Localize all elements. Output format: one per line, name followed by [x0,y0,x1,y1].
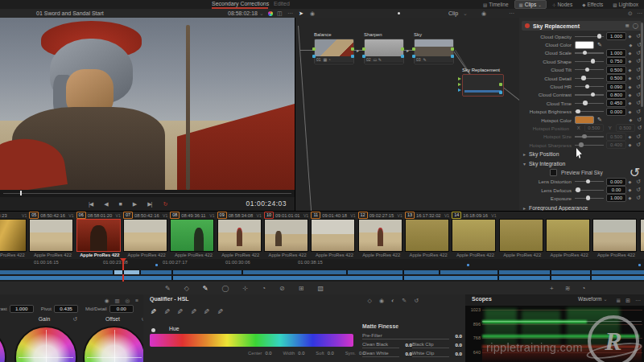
reset-icon[interactable]: ↺ [72,316,77,323]
slider-knob[interactable] [586,195,591,200]
search-icon[interactable]: ⊙ [628,9,633,18]
param-slider[interactable] [575,179,604,185]
eyedropper-icon[interactable]: ✎ [149,308,157,315]
clip-thumbnail[interactable] [217,219,262,252]
key-icon[interactable]: ⊘ [279,285,285,292]
clip-number[interactable]: 07 [123,212,133,219]
param-value[interactable]: 0.00 [606,186,626,194]
clip-thumbnail[interactable] [0,219,27,252]
matte-view-icon[interactable]: ◉ [379,296,384,305]
sizing-icon[interactable]: ⊞ [299,285,304,292]
keyframe-icon[interactable]: ◆ [626,195,634,200]
param-slider[interactable] [575,195,604,201]
node-output-alpha[interactable] [401,55,404,58]
stereo-icon[interactable]: ▧ [317,285,324,292]
color-wheel[interactable] [14,326,77,362]
adjustment-value[interactable]: 1.000 [10,305,34,313]
keyframe-icon[interactable]: ◆ [626,59,634,64]
param-slider[interactable] [575,142,604,148]
wheel-options-icon[interactable]: ≡ [135,296,138,305]
param-slider[interactable] [575,58,604,64]
ofx-input-alpha[interactable] [458,88,461,92]
clip-number[interactable]: 11 [311,212,320,219]
param-slider[interactable] [575,75,604,81]
param-slider[interactable] [575,84,604,90]
section-foreground-appearance[interactable]: ▸Foreground Appearance [519,204,644,211]
pointer-tool-icon[interactable]: ➤ [299,9,303,18]
qualifier-icon[interactable]: ✎ [203,285,208,292]
slider-knob[interactable] [581,76,586,80]
reset-icon[interactable]: ↺ [634,195,643,201]
hue-sub-value[interactable]: 0.0 [298,351,304,356]
matte-value[interactable]: 0.0 [449,351,462,356]
param-value[interactable]: 0.000 [606,108,626,116]
node-input-alpha[interactable] [362,55,365,58]
param-value[interactable]: 0.750 [606,57,626,65]
param-value[interactable]: 1.000 [606,194,626,202]
timeline-track-v2[interactable] [0,276,644,280]
invert-icon[interactable]: ◐ [391,296,394,305]
primaries-wheels-icon[interactable]: ◉ [105,296,109,305]
section-sky-position[interactable]: ▸Sky Position [519,150,644,158]
param-slider[interactable] [575,100,604,106]
adjustment-value[interactable]: 0.00 [109,305,134,313]
param-value[interactable]: 0.500 [606,66,626,74]
param-slider[interactable] [575,67,604,73]
param-value[interactable]: 0.800 [606,91,626,99]
node-output-rgb[interactable] [401,47,404,51]
effect-header[interactable]: Sky Replacement ≣ ◯ [522,21,642,31]
reset-icon[interactable]: ↺ [634,179,643,185]
section-sky-integration[interactable]: ▾Sky Integration [519,159,644,168]
eyedropper-icon[interactable]: ✎ [597,42,602,48]
reset-icon[interactable]: ↺ [634,109,643,115]
step-forward-button[interactable]: ▶| [147,201,151,208]
trash-icon[interactable]: ≣ [625,23,629,29]
clip-number[interactable]: 08 [170,212,180,219]
clip-number[interactable]: 06 [76,212,86,219]
play-button[interactable]: ▶ [133,201,136,208]
mini-timeline[interactable] [0,268,644,282]
param-value-x[interactable]: 0.500 [584,124,604,132]
color-wheel[interactable] [83,326,144,362]
param-value[interactable]: 0.450 [606,99,626,107]
timeline-ruler[interactable]: 01:00:16:1501:00:23:0801:00:27:1701:00:3… [0,259,644,268]
clip-thumbnail[interactable] [264,219,308,252]
timeline-caret-icon[interactable]: ⌄ [98,9,103,18]
nav-nodes-button[interactable]: ⊹Nodes [548,1,576,9]
despill-icon[interactable]: ✎ [402,296,407,305]
param-slider[interactable] [575,109,604,115]
node-zoom-icon[interactable]: ◉ [481,9,486,18]
param-value[interactable]: 1.000 [606,49,626,57]
node-graph[interactable]: ▸ ▸ Balance01▦ ◔Sharpen02▭ ✎Sky03✎ Sky R… [295,18,521,211]
clip-thumbnail[interactable] [592,219,637,252]
node-options-icon[interactable]: ⋯ [509,9,514,18]
nav-timeline-button[interactable]: ▤Timeline [479,1,513,9]
panel-options-icon[interactable]: ⋯ [637,9,642,18]
slider-knob[interactable] [586,179,591,184]
timeline-name-dropdown[interactable]: 01 Sword and Sandal Start [36,9,104,18]
param-value[interactable]: 1.000 [606,32,626,40]
clip-thumbnail[interactable] [640,219,644,252]
clip-thumbnail[interactable] [405,219,449,252]
tracker-icon[interactable]: ⊹ [243,285,249,292]
node-sharpen[interactable]: Sharpen02▭ ✎ [364,32,402,64]
param-slider[interactable] [575,187,604,193]
keyframe-icon[interactable]: ◆ [627,43,634,47]
viewer[interactable] [0,18,295,190]
keyframe-icon[interactable]: ◆ [626,68,634,72]
slider-knob[interactable] [591,59,596,64]
param-value[interactable]: 0.400 [606,141,626,149]
go-to-start-button[interactable]: |◀ [89,201,93,208]
node-sky[interactable]: Sky03✎ [414,32,452,64]
clip-number[interactable]: 10 [264,212,274,219]
node-box[interactable]: 02▭ ✎ [364,39,404,64]
softness-add-icon[interactable]: ✎ [188,308,196,315]
color-swatch[interactable] [575,116,594,124]
matte-value[interactable]: 0.0 [399,342,412,348]
primaries-bars-icon[interactable]: ▥ [114,296,119,305]
bypass-icon[interactable]: ◯ [633,23,638,29]
highlight-icon[interactable]: ◇ [368,296,372,305]
scrub-playhead[interactable] [20,191,22,195]
keyframe-icon[interactable]: ◆ [626,93,634,97]
node-output-rgb[interactable] [351,47,354,51]
